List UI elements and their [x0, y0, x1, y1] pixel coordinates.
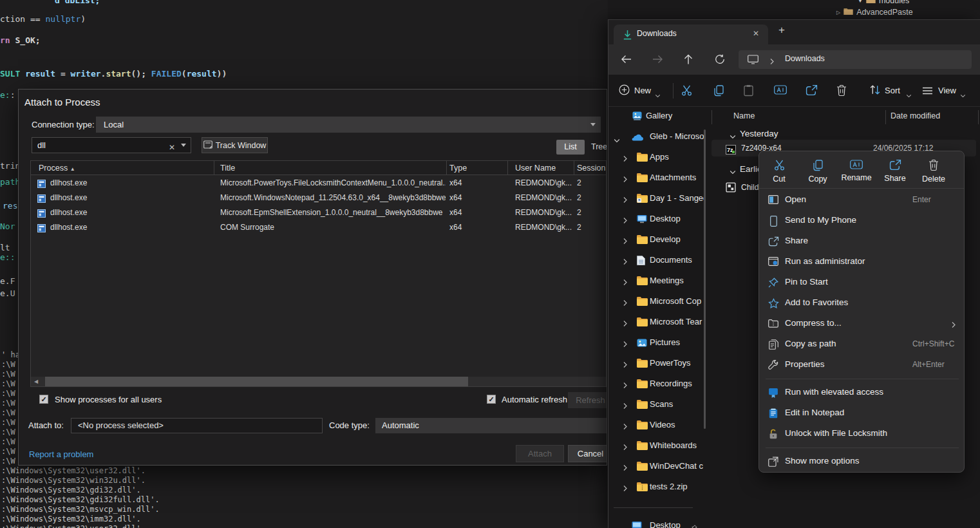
up-icon[interactable] — [683, 54, 693, 67]
menu-item-edit-in-notepad[interactable]: Edit in Notepad — [762, 403, 963, 424]
menu-item-unlock-with-file-locksmith[interactable]: Unlock with File Locksmith — [762, 424, 963, 444]
copy-quick-button[interactable]: Copy — [798, 158, 837, 184]
sidebar-item-gleb-microsoft[interactable]: Gleb - Microsoft — [608, 126, 705, 147]
chevron-right-icon[interactable] — [623, 236, 628, 247]
menu-item-pin-to-start[interactable]: Pin to Start — [762, 272, 963, 293]
new-button[interactable]: New — [634, 86, 651, 95]
chevron-right-icon[interactable] — [623, 442, 628, 453]
rename-icon[interactable] — [774, 84, 787, 98]
breadcrumb[interactable]: Downloads — [785, 54, 825, 63]
col-user[interactable]: User Name — [508, 161, 574, 175]
tree-scrollbar[interactable] — [704, 129, 706, 429]
refresh-button[interactable]: Refresh — [568, 392, 607, 408]
scroll-left-icon[interactable]: ◀ — [31, 377, 41, 386]
cancel-button[interactable]: Cancel — [568, 445, 607, 462]
chevron-right-icon[interactable] — [623, 380, 628, 391]
sidebar-item-tests-2-zip[interactable]: tests 2.zip — [608, 476, 705, 497]
column-name[interactable]: Name — [733, 111, 755, 120]
share-quick-button[interactable]: Share — [876, 158, 914, 183]
connection-type-select[interactable]: Local — [96, 117, 601, 133]
back-icon[interactable] — [621, 54, 632, 67]
tree-item-advancedpaste[interactable]: ▷ AdvancedPaste — [836, 6, 913, 18]
view-icon[interactable] — [922, 86, 933, 98]
paste-icon[interactable] — [743, 84, 754, 99]
sidebar-item-documents[interactable]: Documents — [608, 250, 705, 270]
chevron-right-icon[interactable] — [623, 153, 628, 165]
chevron-right-icon[interactable] — [623, 174, 628, 185]
menu-item-run-as-administrator[interactable]: Run as administrator — [762, 252, 963, 272]
sidebar-item-windevchat-c[interactable]: WinDevChat c — [608, 456, 705, 476]
delete-icon[interactable] — [836, 84, 847, 99]
column-date-modified[interactable]: Date modified — [890, 111, 940, 120]
process-row[interactable]: dllhost.exeMicrosoft.PowerToys.FileLocks… — [31, 176, 606, 191]
auto-refresh-checkbox[interactable]: ✓ — [487, 395, 496, 404]
chevron-right-icon[interactable] — [623, 462, 628, 474]
view-button[interactable]: View — [938, 86, 956, 95]
refresh-icon[interactable] — [715, 54, 725, 67]
menu-item-share[interactable]: Share — [762, 231, 963, 252]
rename-quick-button[interactable]: Rename — [837, 158, 876, 182]
forward-icon[interactable] — [652, 54, 663, 67]
sidebar-item-microsoft-tear[interactable]: Microsoft Tear — [608, 312, 705, 332]
col-process[interactable]: Process ▲ — [31, 161, 214, 175]
sidebar-item-desktop-pinned[interactable]: Desktop — [608, 515, 705, 528]
chevron-right-icon[interactable] — [623, 318, 628, 330]
process-row[interactable]: dllhost.exeMicrosoft.EpmShellExtension_1… — [31, 205, 606, 220]
attach-to-field[interactable]: <No process selected> — [71, 418, 323, 433]
chevron-right-icon[interactable] — [623, 297, 628, 309]
sidebar-item-recordings[interactable]: Recordings — [608, 373, 705, 394]
horizontal-scrollbar[interactable]: ◀ — [31, 377, 606, 386]
chevron-down-icon[interactable] — [730, 165, 736, 177]
delete-quick-button[interactable]: Delete — [914, 158, 953, 184]
sort-button[interactable]: Sort — [885, 86, 900, 95]
attach-button[interactable]: Attach — [516, 445, 564, 462]
menu-item-open[interactable]: OpenEnter — [762, 190, 963, 211]
tree-item-modules[interactable]: ▼ modules — [858, 0, 909, 6]
menu-item-show-more-options[interactable]: Show more options — [762, 451, 963, 472]
show-processes-checkbox[interactable]: ✓ — [39, 395, 48, 404]
chevron-right-icon[interactable] — [623, 483, 628, 495]
file-name[interactable]: Childl — [741, 183, 760, 192]
chevron-right-icon[interactable] — [623, 359, 628, 371]
tab-downloads[interactable]: Downloads ✕ — [614, 24, 768, 44]
col-type[interactable]: Type — [447, 161, 508, 175]
sort-icon[interactable] — [869, 84, 881, 98]
sidebar-item-microsoft-cop[interactable]: Microsoft Cop — [608, 291, 705, 312]
cut-icon[interactable] — [681, 84, 693, 99]
sidebar-item-develop[interactable]: Develop — [608, 229, 705, 250]
chevron-right-icon[interactable] — [623, 194, 628, 206]
chevron-down-icon[interactable] — [614, 134, 620, 146]
menu-item-run-with-elevated-access[interactable]: Run with elevated access — [762, 382, 963, 403]
tree-toggle[interactable]: Tree — [591, 140, 607, 155]
sidebar-item-scans[interactable]: Scans — [608, 394, 705, 415]
menu-item-copy-as-path[interactable]: Copy as pathCtrl+Shift+C — [762, 334, 963, 355]
sidebar-item-videos[interactable]: Videos — [608, 415, 705, 435]
chevron-right-icon[interactable] — [623, 339, 628, 350]
cut-quick-button[interactable]: Cut — [760, 158, 798, 184]
list-toggle[interactable]: List — [556, 140, 585, 155]
sidebar-item-day-1-sangee[interactable]: Day 1 - Sangee — [608, 188, 705, 209]
menu-item-properties[interactable]: PropertiesAlt+Enter — [762, 355, 963, 375]
copy-icon[interactable] — [713, 84, 724, 99]
sidebar-item-attachments[interactable]: Attachments — [608, 167, 705, 188]
sidebar-item-powertoys[interactable]: PowerToys — [608, 353, 705, 373]
code-type-select[interactable]: Automatic — [375, 418, 607, 433]
chevron-right-icon[interactable] — [623, 215, 628, 227]
new-tab-button[interactable]: + — [778, 24, 785, 37]
process-row[interactable]: dllhost.exeMicrosoft.WindowsNotepad_11.2… — [31, 191, 606, 205]
menu-item-send-to-my-phone[interactable]: Send to My Phone — [762, 211, 963, 231]
col-session[interactable]: Session — [574, 161, 607, 175]
chevron-right-icon[interactable] — [623, 401, 628, 412]
col-title[interactable]: Title — [214, 161, 447, 175]
sidebar-item-whiteboards[interactable]: Whiteboards — [608, 435, 705, 456]
chevron-right-icon[interactable] — [623, 256, 628, 268]
new-icon[interactable] — [619, 84, 630, 98]
group-yesterday[interactable]: Yesterday — [740, 129, 778, 138]
track-window-button[interactable]: Track Window — [202, 137, 268, 153]
close-tab-icon[interactable]: ✕ — [753, 29, 759, 38]
chevron-down-icon[interactable] — [181, 144, 186, 147]
scrollbar-thumb[interactable] — [45, 377, 468, 386]
menu-item-compress-to-[interactable]: Compress to... — [762, 314, 963, 334]
menu-item-add-to-favorites[interactable]: Add to Favorites — [762, 293, 963, 314]
sidebar-item-pictures[interactable]: Pictures — [608, 332, 705, 353]
